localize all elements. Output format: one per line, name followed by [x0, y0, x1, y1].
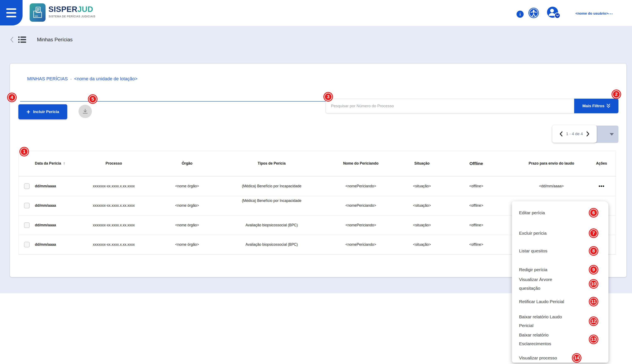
accessibility-button[interactable]: [528, 8, 539, 18]
include-pericia-label: Incluir Perícia: [33, 110, 59, 114]
page-title-prefix: MINHAS PERÍCIAS: [27, 76, 68, 81]
annotation-badge: 5: [89, 95, 97, 103]
brand-primary: SISPER: [49, 5, 78, 14]
user-avatar-button[interactable]: [547, 7, 558, 18]
hamburger-icon: [6, 8, 16, 10]
cell-date: dd/mm/aaaa: [35, 176, 83, 196]
cell-deadline: <dd/mm/aaaa>: [516, 176, 587, 196]
page: SISPERJUD SISTEMA DE PERÍCIAS JUDICIAIS …: [0, 0, 632, 364]
sort-ascending-icon: ↑: [63, 161, 65, 166]
download-button[interactable]: [79, 105, 92, 118]
breadcrumb-title: Minhas Perícias: [37, 37, 73, 42]
back-button[interactable]: [8, 36, 16, 44]
more-filters-label: Mais Filtros: [582, 104, 604, 108]
annotation-badge: 4: [8, 94, 16, 102]
row-actions-button[interactable]: •••: [598, 184, 604, 188]
user-name-label: <nome do usuário>: [575, 12, 608, 16]
annotation-badge: 3: [324, 93, 332, 101]
row-checkbox[interactable]: [24, 222, 30, 228]
cell-process: xxxxxxx-xx.xxxx.x.xx.xxxx: [83, 196, 145, 216]
cell-process: xxxxxxx-xx.xxxx.x.xx.xxxx: [83, 216, 145, 235]
annotation-badge: 10: [590, 280, 597, 288]
download-icon: [82, 108, 88, 114]
menu-item-visualizar-arvore[interactable]: Visualizar Árvore quesitação 10: [512, 274, 608, 294]
cell-name: <nomePericiando>: [314, 176, 407, 196]
brand-name: SISPERJUD: [49, 5, 93, 14]
cell-date: dd/mm/aaaa: [35, 196, 83, 216]
annotation-badge: 7: [590, 229, 597, 237]
menu-item-baixar-esclarecimentos[interactable]: Baixar relatório Esclarecimentos 13: [512, 329, 608, 349]
annotation-badge: 11: [590, 298, 597, 306]
cell-organ: <nome órgão>: [145, 176, 229, 196]
page-title-unit: <nome da unidade de lotação>: [74, 76, 137, 81]
row-checkbox[interactable]: [24, 183, 30, 189]
overflow-menu-button[interactable]: ...: [608, 10, 613, 16]
hamburger-menu-button[interactable]: [0, 0, 23, 26]
cell-status: <situação>: [407, 196, 437, 216]
dropdown-arrow-icon: [610, 133, 614, 136]
column-header-data-pericia[interactable]: Data da Perícia ↑: [35, 151, 83, 176]
column-header-situacao: Situação: [407, 151, 437, 176]
cell-organ: <nome órgão>: [145, 196, 229, 216]
menu-item-listar-quesitos[interactable]: Listar quesitos 8: [512, 244, 608, 258]
menu-item-visualizar-processo[interactable]: Visualizar processo 14: [512, 351, 608, 364]
user-chevron-badge: [554, 12, 560, 18]
chevron-left-icon: [559, 132, 563, 136]
cell-offline: <offline>: [437, 235, 516, 254]
page-title: MINHAS PERÍCIAS·<nome da unidade de lota…: [27, 76, 137, 82]
list-icon: [18, 36, 26, 43]
more-filters-button[interactable]: Mais Filtros: [574, 99, 618, 113]
table-row: dd/mm/aaaa xxxxxxx-xx.xxxx.x.xx.xxxx <no…: [19, 176, 616, 196]
cell-organ: <nome órgão>: [145, 216, 229, 235]
list-view-button[interactable]: [18, 36, 27, 44]
table-header-row: Data da Perícia ↑ Processo Órgão Tipos d…: [19, 151, 616, 176]
search-input[interactable]: [326, 99, 574, 113]
cell-type: Avaliação biopsicossocial (BPC): [229, 235, 314, 254]
menu-item-editar-pericia[interactable]: Editar perícia 6: [512, 206, 608, 220]
row-checkbox[interactable]: [24, 242, 30, 248]
include-pericia-button[interactable]: + Incluir Perícia: [18, 104, 67, 119]
annotation-badge: 8: [590, 247, 597, 255]
cell-status: <situação>: [407, 235, 437, 254]
column-header-acoes: Ações: [587, 151, 616, 176]
cell-status: <situação>: [407, 176, 437, 196]
cell-process: xxxxxxx-xx.xxxx.x.xx.xxxx: [83, 176, 145, 196]
brand-secondary: JUD: [78, 5, 93, 14]
pagination: 1 - 4 de 4: [552, 125, 597, 143]
column-header-nome: Nome do Periciando: [314, 151, 407, 176]
top-header: SISPERJUD SISTEMA DE PERÍCIAS JUDICIAIS …: [0, 0, 632, 26]
search-bar: Mais Filtros: [326, 99, 618, 113]
plus-icon: +: [27, 109, 30, 115]
cell-name: <nomePericiando>: [314, 235, 407, 254]
row-checkbox[interactable]: [24, 203, 30, 208]
brand-subtitle: SISTEMA DE PERÍCIAS JUDICIAIS: [49, 15, 95, 18]
accessibility-icon: [528, 8, 539, 18]
cell-type: (Médica) Benefício por Incapacidade: [229, 196, 314, 216]
column-header-prazo: Prazo para envio do laudo: [516, 151, 587, 176]
next-page-button[interactable]: [586, 132, 589, 136]
menu-item-excluir-pericia[interactable]: Excluir perícia 7: [512, 226, 608, 240]
menu-item-baixar-laudo[interactable]: Baixar relatório Laudo Pericial 12: [512, 311, 608, 331]
chevron-right-icon: [586, 132, 589, 136]
page-title-separator: ·: [70, 76, 72, 81]
row-actions-context-menu: Editar perícia 6 Excluir perícia 7 Lista…: [512, 201, 608, 362]
cell-process: xxxxxxx-xx.xxxx.x.xx.xxxx: [83, 235, 145, 254]
annotation-badge: 14: [573, 354, 581, 362]
column-header-offline: Offline: [437, 151, 516, 176]
cell-name: <nomePericiando>: [314, 216, 407, 235]
chevron-down-icon: [556, 14, 559, 16]
cell-type: Avaliação biopsicossocial (BPC): [229, 216, 314, 235]
annotation-badge: 1: [20, 148, 28, 156]
app-logo: [30, 3, 46, 22]
previous-page-button[interactable]: [559, 132, 563, 136]
cell-offline: <offline>: [437, 216, 516, 235]
cell-offline: <offline>: [437, 196, 516, 216]
info-button[interactable]: i: [517, 11, 524, 18]
menu-item-retificar-laudo[interactable]: Retificar Laudo Pericial 11: [512, 294, 608, 309]
info-icon: i: [519, 12, 521, 17]
double-chevron-down-icon: [606, 104, 610, 108]
chevron-left-icon: [10, 37, 14, 42]
annotation-badge: 9: [590, 266, 597, 274]
cell-status: <situação>: [407, 216, 437, 235]
column-header-tipos: Tipos de Perícia: [229, 151, 314, 176]
